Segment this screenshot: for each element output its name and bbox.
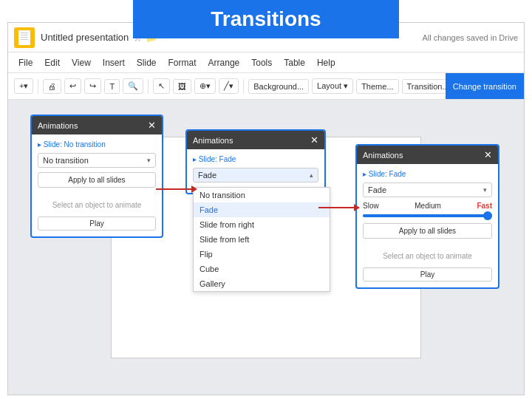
panel1-select-text: Select an object to animate: [38, 194, 156, 216]
menu-edit[interactable]: Edit: [40, 56, 64, 69]
panel1-dropdown[interactable]: No transition ▾: [38, 153, 156, 168]
animations-panel-2: Animations ✕ ▸ Slide: Fade Fade ▴ No tra…: [185, 129, 326, 194]
arrow2: [318, 207, 355, 208]
panel1-title: Animations: [38, 121, 78, 130]
speed-fast-label: Fast: [477, 202, 492, 210]
add-btn[interactable]: +▾: [14, 78, 33, 94]
panel3-play-btn[interactable]: Play: [363, 267, 492, 282]
panel3-dropdown-arrow: ▾: [483, 186, 487, 194]
auto-save-status: All changes saved in Drive: [422, 33, 518, 42]
panel1-dropdown-value: No transition: [43, 156, 89, 165]
speed-fill: [363, 214, 492, 217]
panel1-section-title: ▸ Slide: No transition: [38, 140, 156, 149]
panel3-close-btn[interactable]: ✕: [484, 149, 492, 160]
panel1-play-btn[interactable]: Play: [38, 216, 156, 231]
panel3-header: Animations ✕: [357, 146, 498, 164]
panel3-dropdown[interactable]: Fade ▾: [363, 183, 492, 197]
banner-title: Transitions: [211, 7, 321, 31]
dropdown-item-fade[interactable]: Fade: [194, 202, 330, 217]
shape-btn[interactable]: ⊕▾: [194, 78, 216, 94]
menu-insert[interactable]: Insert: [98, 56, 129, 69]
redo-btn[interactable]: ↪: [84, 78, 101, 94]
menu-help[interactable]: Help: [313, 56, 340, 69]
animations-panel-3: Animations ✕ ▸ Slide: Fade Fade ▾ Slow M…: [355, 144, 499, 289]
toolbar-sep3: [243, 79, 244, 94]
panel1-header: Animations ✕: [32, 116, 162, 134]
menu-arrange[interactable]: Arrange: [204, 56, 245, 69]
logo-inner: [18, 30, 30, 45]
theme-btn[interactable]: Theme...: [356, 79, 398, 94]
panel1-apply-btn[interactable]: Apply to all slides: [38, 172, 156, 188]
menu-file[interactable]: File: [14, 56, 37, 69]
dropdown-item-gallery[interactable]: Gallery: [194, 276, 330, 291]
panel2-dropdown[interactable]: Fade ▴: [193, 168, 318, 183]
dropdown-item-none[interactable]: No transition: [194, 188, 330, 202]
panel2-close-btn[interactable]: ✕: [310, 134, 318, 146]
panel2-section-title: ▸ Slide: Fade: [193, 155, 318, 163]
menu-format[interactable]: Format: [164, 56, 201, 69]
slides-app: Untitled presentation ☆ 📁 All changes sa…: [7, 22, 525, 395]
panel2-dropdown-value: Fade: [198, 171, 216, 180]
panel2-body: ▸ Slide: Fade Fade ▴ No transition Fade …: [187, 149, 324, 193]
background-btn[interactable]: Background...: [248, 79, 309, 94]
document-title[interactable]: Untitled presentation: [41, 32, 129, 43]
image-btn[interactable]: 🖼: [173, 79, 191, 94]
google-slides-logo: [14, 27, 35, 48]
title-banner: Transitions: [133, 0, 399, 38]
change-transition-btn[interactable]: Change transition: [446, 73, 524, 99]
format-paint-btn[interactable]: T: [104, 79, 120, 94]
panel3-apply-btn[interactable]: Apply to all slides: [363, 223, 492, 239]
dropdown-item-cube[interactable]: Cube: [194, 262, 330, 276]
speed-labels: Slow Medium Fast: [363, 202, 492, 210]
print-btn[interactable]: 🖨: [43, 79, 61, 94]
undo-btn[interactable]: ↩: [64, 78, 81, 94]
line-btn[interactable]: ╱▾: [219, 78, 239, 94]
dropdown-item-slide-left[interactable]: Slide from left: [194, 232, 330, 247]
panel3-body: ▸ Slide: Fade Fade ▾ Slow Medium Fast Ap…: [357, 164, 498, 287]
speed-bar[interactable]: [363, 214, 492, 217]
toolbar: +▾ 🖨 ↩ ↪ T 🔍 ↖ 🖼 ⊕▾ ╱▾ Background... Lay…: [8, 73, 524, 100]
panel3-dropdown-value: Fade: [368, 185, 386, 194]
panel3-section-title: ▸ Slide: Fade: [363, 170, 492, 178]
panel1-close-btn[interactable]: ✕: [148, 120, 156, 131]
panel2-dropdown-list: No transition Fade Slide from right Slid…: [193, 187, 330, 292]
animations-panel-1: Animations ✕ ▸ Slide: No transition No t…: [30, 115, 163, 238]
toolbar-sep2: [148, 79, 149, 94]
panel3-title: Animations: [363, 151, 403, 160]
speed-med-label: Medium: [415, 202, 441, 210]
speed-slow-label: Slow: [363, 202, 379, 210]
panel2-title: Animations: [193, 136, 233, 145]
panel1-body: ▸ Slide: No transition No transition ▾ A…: [32, 134, 162, 236]
toolbar-sep: [38, 79, 38, 94]
menu-bar: File Edit View Insert Slide Format Arran…: [8, 52, 524, 73]
arrow1: [156, 188, 193, 190]
panel2-dropdown-arrow: ▴: [310, 171, 313, 179]
zoom-btn[interactable]: 🔍: [123, 78, 143, 94]
menu-view[interactable]: View: [67, 56, 95, 69]
dropdown-item-slide-right[interactable]: Slide from right: [194, 217, 330, 232]
panel2-header: Animations ✕: [187, 131, 324, 149]
panel3-select-text: Select an object to animate: [363, 245, 492, 267]
menu-table[interactable]: Table: [279, 56, 310, 69]
menu-slide[interactable]: Slide: [132, 56, 161, 69]
dropdown-item-flip[interactable]: Flip: [194, 247, 330, 262]
menu-tools[interactable]: Tools: [247, 56, 276, 69]
select-btn[interactable]: ↖: [153, 78, 170, 94]
panel1-dropdown-arrow: ▾: [147, 157, 151, 164]
layout-btn[interactable]: Layout ▾: [312, 78, 353, 94]
main-area: Animations ✕ ▸ Slide: No transition No t…: [8, 100, 524, 395]
speed-thumb[interactable]: [483, 211, 492, 220]
